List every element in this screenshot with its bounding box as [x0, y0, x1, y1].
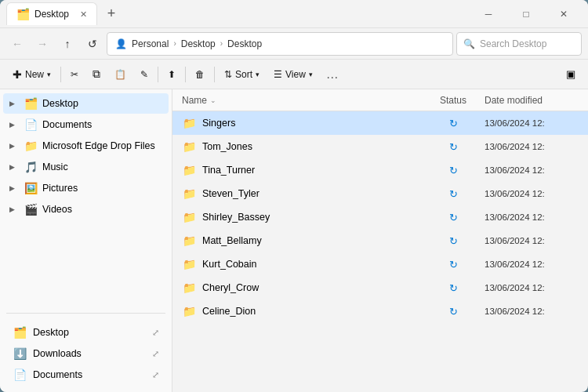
chevron-icon: ▶	[9, 142, 19, 150]
sort-icon: ⇅	[224, 69, 232, 80]
view-dropdown-icon: ▾	[309, 71, 313, 78]
delete-button[interactable]: 🗑	[189, 63, 211, 86]
chevron-icon: ▶	[9, 184, 19, 192]
title-bar: 🗂️ Desktop ✕ + ─ □ ✕	[0, 0, 588, 28]
file-status: ↻	[422, 235, 485, 247]
file-name: Shirley_Bassey	[202, 212, 422, 223]
file-status: ↻	[422, 188, 485, 200]
share-button[interactable]: ⬆	[162, 63, 182, 86]
file-name: Steven_Tyler	[202, 188, 422, 199]
table-row[interactable]: 📁 Matt_Bellamy ↻ 13/06/2024 12:	[172, 229, 588, 252]
cut-button[interactable]: ✂	[64, 63, 85, 86]
new-button[interactable]: ✚ New ▾	[6, 63, 57, 86]
column-name[interactable]: Name ⌄	[182, 95, 422, 106]
window-controls: ─ □ ✕	[470, 2, 582, 27]
column-status[interactable]: Status	[422, 95, 485, 106]
forward-button[interactable]: →	[31, 33, 53, 55]
sidebar-item-documents[interactable]: ▶ 📄 Documents	[3, 114, 169, 135]
table-row[interactable]: 📁 Singers ↻ 13/06/2024 12:	[172, 111, 588, 135]
table-row[interactable]: 📁 Steven_Tyler ↻ 13/06/2024 12:	[172, 182, 588, 205]
sidebar: ▶ 🗂️ Desktop ▶ 📄 Documents ▶ 📁 Microsoft…	[0, 89, 172, 392]
rename-button[interactable]: ✎	[134, 63, 154, 86]
sidebar-item-videos[interactable]: ▶ 🎬 Videos	[3, 199, 169, 220]
table-row[interactable]: 📁 Cheryl_Crow ↻ 13/06/2024 12:	[172, 276, 588, 299]
maximize-button[interactable]: □	[508, 2, 544, 27]
table-row[interactable]: 📁 Kurt_Cobain ↻ 13/06/2024 12:	[172, 252, 588, 276]
expand-button[interactable]: ▣	[560, 64, 582, 85]
sort-button[interactable]: ⇅ Sort ▾	[218, 63, 266, 86]
new-label: New	[25, 69, 44, 80]
search-box[interactable]: 🔍 Search Desktop	[456, 32, 582, 56]
refresh-button[interactable]: ↺	[82, 33, 103, 55]
pinned-downloads-label: Downloads	[33, 348, 82, 359]
column-date[interactable]: Date modified	[485, 95, 579, 106]
tab-close-button[interactable]: ✕	[80, 9, 87, 20]
pinned-documents[interactable]: 📄 Documents ⤢	[3, 365, 169, 385]
tab-desktop[interactable]: 🗂️ Desktop ✕	[6, 2, 97, 25]
new-tab-button[interactable]: +	[100, 3, 122, 25]
more-options-button[interactable]: …	[321, 63, 344, 86]
desktop-icon: 🗂️	[24, 97, 38, 110]
file-date: 13/06/2024 12:	[485, 118, 579, 128]
file-date: 13/06/2024 12:	[485, 307, 579, 316]
view-button[interactable]: ☰ View ▾	[267, 63, 319, 86]
sidebar-item-edge-drop[interactable]: ▶ 📁 Microsoft Edge Drop Files	[3, 136, 169, 156]
command-bar: ✚ New ▾ ✂ ⧉ 📋 ✎ ⬆ 🗑 ⇅ Sort ▾	[0, 60, 588, 89]
breadcrumb-part1: Personal	[132, 38, 169, 49]
pinned-downloads[interactable]: ⬇️ Downloads ⤢	[3, 343, 169, 364]
file-status: ↻	[422, 259, 485, 270]
pin-arrow-icon: ⤢	[152, 349, 159, 359]
breadcrumb-sep2: ›	[220, 39, 223, 48]
sidebar-item-pictures[interactable]: ▶ 🖼️ Pictures	[3, 178, 169, 198]
table-row[interactable]: 📁 Tom_Jones ↻ 13/06/2024 12:	[172, 135, 588, 158]
separator-1	[60, 67, 61, 82]
sync-icon: ↻	[449, 306, 458, 318]
table-row[interactable]: 📁 Tina_Turner ↻ 13/06/2024 12:	[172, 158, 588, 182]
paste-button[interactable]: 📋	[108, 63, 132, 86]
copy-button[interactable]: ⧉	[86, 63, 107, 86]
table-row[interactable]: 📁 Celine_Dion ↻ 13/06/2024 12:	[172, 299, 588, 323]
videos-icon: 🎬	[24, 203, 38, 216]
sidebar-item-desktop[interactable]: ▶ 🗂️ Desktop	[3, 93, 169, 114]
pinned-desktop-icon: 🗂️	[13, 326, 27, 339]
column-name-label: Name	[182, 95, 207, 106]
chevron-icon: ▶	[9, 100, 19, 107]
rename-icon: ✎	[140, 69, 148, 80]
file-date: 13/06/2024 12:	[485, 236, 579, 245]
file-status: ↻	[422, 165, 485, 176]
chevron-icon: ▶	[9, 205, 19, 213]
breadcrumb[interactable]: 👤 Personal › Desktop › Desktop	[107, 32, 453, 56]
file-icon: 📁	[182, 117, 196, 129]
search-placeholder: Search Desktop	[480, 38, 546, 49]
breadcrumb-sep1: ›	[173, 39, 176, 48]
delete-icon: 🗑	[195, 69, 205, 80]
file-list: Name ⌄ Status Date modified 📁 Singers ↻ …	[172, 89, 588, 392]
up-button[interactable]: ↑	[56, 33, 78, 55]
search-icon: 🔍	[463, 38, 475, 49]
breadcrumb-part3: Desktop	[227, 38, 262, 49]
close-button[interactable]: ✕	[546, 2, 582, 27]
edge-icon: 📁	[24, 140, 38, 152]
sidebar-item-music[interactable]: ▶ 🎵 Music	[3, 157, 169, 177]
sidebar-label-desktop: Desktop	[42, 98, 162, 109]
file-icon: 📁	[182, 234, 196, 247]
file-icon: 📁	[182, 305, 196, 318]
file-name: Kurt_Cobain	[202, 259, 422, 270]
sync-icon: ↻	[449, 141, 458, 153]
view-label: View	[285, 69, 306, 80]
file-name: Tom_Jones	[202, 141, 422, 152]
column-status-label: Status	[440, 95, 466, 106]
pinned-desktop[interactable]: 🗂️ Desktop ⤢	[3, 322, 169, 343]
back-button[interactable]: ←	[6, 33, 28, 55]
file-status: ↻	[422, 141, 485, 153]
file-date: 13/06/2024 12:	[485, 142, 579, 151]
sort-arrow-icon: ⌄	[210, 96, 216, 104]
tab-label: Desktop	[34, 9, 69, 20]
file-list-header: Name ⌄ Status Date modified	[172, 89, 588, 111]
file-status: ↻	[422, 306, 485, 318]
breadcrumb-part2: Desktop	[181, 38, 216, 49]
documents-icon: 📄	[24, 118, 38, 131]
table-row[interactable]: 📁 Shirley_Bassey ↻ 13/06/2024 12:	[172, 205, 588, 229]
chevron-icon: ▶	[9, 121, 19, 129]
minimize-button[interactable]: ─	[470, 2, 506, 27]
